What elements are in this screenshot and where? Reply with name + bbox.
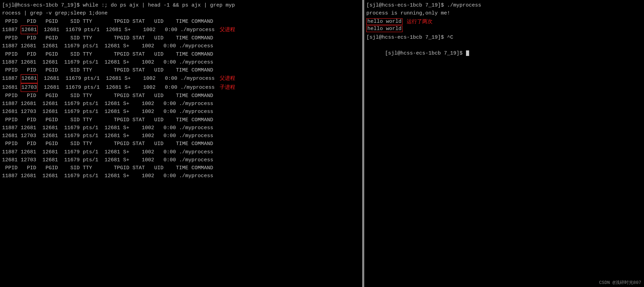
table-row: PPID PID PGID SID TTY TPGID STAT UID TIM… — [2, 50, 360, 58]
table-row: PPID PID PGID SID TTY TPGID STAT UID TIM… — [2, 66, 360, 74]
terminal-left: [sjl@hcss-ecs-1bcb 7_19]$ while :; do ps… — [0, 0, 362, 287]
table-row: 11887 12681 12681 11679 pts/1 12681 S+ 1… — [2, 148, 360, 156]
table-row: 11887 12681 12681 11679 pts/1 12681 S+ 1… — [2, 58, 360, 66]
table-row: 12681 12703 12681 11679 pts/1 12681 S+ 1… — [2, 132, 360, 140]
table-row: 12681 12703 12681 11679 pts/1 12681 S+ 1… — [2, 83, 360, 92]
table-row: 11887 12681 12681 11679 pts/1 12681 S+ 1… — [2, 124, 360, 132]
annotation-twice: 运行了两次 — [407, 18, 433, 25]
table-row: 11887 12681 12681 11679 pts/1 12681 S+ 1… — [2, 74, 360, 83]
right-ctrl-c: [sjl@hcss-ecs-1bcb 7_19]$ ^C — [366, 34, 642, 41]
cmd-line-1: [sjl@hcss-ecs-1bcb 7_19]$ while :; do ps… — [2, 1, 360, 9]
hello-world-2: hello world — [366, 26, 403, 32]
table-row: PPID PID PGID SID TTY TPGID STAT UID TIM… — [2, 164, 360, 172]
table-row: PPID PID PGID SID TTY TPGID STAT UID TIM… — [2, 18, 360, 26]
table-row: 12681 12703 12681 11679 pts/1 12681 S+ 1… — [2, 156, 360, 164]
table-row: PPID PID PGID SID TTY TPGID STAT UID TIM… — [2, 92, 360, 100]
table-row: 12681 12703 12681 11679 pts/1 12681 S+ 1… — [2, 108, 360, 116]
hello-world-1: hello world — [366, 18, 403, 25]
table-row: 11887 12681 12681 11679 pts/1 12681 S+ 1… — [2, 100, 360, 108]
right-prompt: [sjl@hcss-ecs-1bcb 7_19]$ — [366, 41, 642, 66]
table-row: PPID PID PGID SID TTY TPGID STAT UID TIM… — [2, 34, 360, 42]
cmd-line-2: rocess | grep -v grep;sleep 1;done — [2, 9, 360, 17]
table-row: 11887 12681 12681 11679 pts/1 12681 S+ 1… — [2, 172, 360, 180]
table-row: PPID PID PGID SID TTY TPGID STAT UID TIM… — [2, 140, 360, 148]
right-line-1: [sjl@hcss-ecs-1bcb 7_19]$ ./myprocess — [366, 1, 642, 9]
cursor — [466, 50, 469, 56]
table-row: PPID PID PGID SID TTY TPGID STAT UID TIM… — [2, 116, 360, 124]
table-row: 11887 12681 12681 11679 pts/1 12681 S+ 1… — [2, 42, 360, 50]
right-line-2: process is running,only me! — [366, 9, 642, 17]
table-row: 11887 12681 12681 11679 pts/1 12681 S+ 1… — [2, 26, 360, 34]
watermark: CSDN @浅碎时光807 — [599, 279, 641, 286]
terminal-right: [sjl@hcss-ecs-1bcb 7_19]$ ./myprocess pr… — [364, 0, 644, 287]
